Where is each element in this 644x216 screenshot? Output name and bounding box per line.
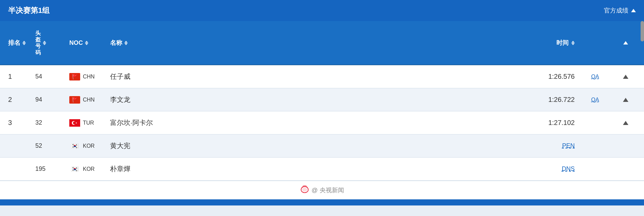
bib-cell: 94 (35, 96, 69, 103)
svg-point-2 (73, 121, 76, 124)
qa-badge: QA (575, 97, 615, 103)
noc-cell: 🇰🇷 KOR (69, 165, 110, 173)
expand-button[interactable] (615, 75, 636, 79)
sort-up-icon (43, 41, 46, 43)
expand-button[interactable] (615, 121, 636, 125)
watermark-text: @ 央视新闻 (311, 186, 344, 194)
sort-up-icon (124, 41, 128, 43)
name-cell: 黄大宪 (110, 141, 507, 150)
rank-cell: 2 (8, 96, 35, 104)
bib-cell: 195 (35, 165, 69, 173)
sort-down-icon (124, 43, 128, 45)
sort-down-icon (22, 43, 26, 45)
col-rank-header: 排名 (8, 39, 35, 47)
weibo-icon (300, 184, 309, 196)
table-row: 1 54 🚩 CHN 任子威 1:26.576 QA (0, 65, 644, 88)
noc-cell: 🚩 CHN (69, 73, 110, 80)
sort-up-icon (22, 41, 26, 43)
name-cell: 富尔坎·阿卡尔 (110, 118, 507, 127)
col-expand-header (615, 41, 636, 44)
flag-icon: 🇰🇷 (69, 165, 80, 173)
rank-cell: 3 (8, 119, 35, 127)
col-bib-header: 头 盔 号 码 (35, 30, 69, 56)
column-header-row: 排名 头 盔 号 码 NOC 名称 (0, 21, 644, 65)
collapse-icon[interactable] (631, 9, 636, 12)
noc-code: KOR (83, 143, 95, 149)
time-cell: 1:26.722 (507, 96, 575, 104)
expand-all-icon[interactable] (623, 41, 628, 44)
header-bar: 半决赛第1组 官方成绩 (0, 0, 644, 21)
bottom-bar (0, 199, 644, 205)
rank-cell: 1 (8, 73, 35, 80)
table-row: 3 32 TUR 富尔坎·阿卡尔 1:27.102 (0, 111, 644, 134)
noc-code: KOR (83, 166, 95, 172)
name-label: 名称 (110, 39, 122, 47)
flag-icon: 🚩 (69, 96, 80, 104)
col-name-header: 名称 (110, 39, 507, 47)
time-sort[interactable] (571, 41, 575, 45)
time-cell: 1:26.576 (507, 73, 575, 80)
bib-sort[interactable] (43, 41, 46, 45)
flag-icon: 🚩 (69, 73, 80, 80)
noc-cell: 🚩 CHN (69, 96, 110, 104)
table-row: 195 🇰🇷 KOR 朴章燁 DNS (0, 158, 644, 181)
sort-up-icon (571, 41, 575, 43)
noc-cell: 🇰🇷 KOR (69, 142, 110, 150)
expand-button[interactable] (615, 98, 636, 102)
noc-code: TUR (83, 120, 94, 126)
scrollbar[interactable] (641, 21, 644, 41)
sort-down-icon (43, 43, 46, 45)
col-time-header: 时间 (507, 39, 575, 47)
time-label: 时间 (556, 39, 569, 47)
chevron-up-icon[interactable] (623, 121, 628, 125)
watermark-row: @ 央视新闻 (0, 181, 644, 199)
sort-up-icon (85, 41, 88, 43)
chevron-up-icon[interactable] (623, 98, 628, 102)
sort-down-icon (571, 43, 575, 45)
rank-label: 排名 (8, 39, 20, 47)
flag-icon (69, 119, 80, 127)
official-results-label: 官方成绩 (604, 6, 628, 15)
bib-cell: 52 (35, 142, 69, 149)
noc-sort[interactable] (85, 41, 88, 45)
svg-point-5 (302, 187, 308, 192)
bib-cell: 54 (35, 73, 69, 80)
time-cell: PEN (507, 142, 575, 149)
noc-code: CHN (83, 74, 95, 80)
chevron-up-icon[interactable] (623, 75, 628, 79)
flag-icon: 🇰🇷 (69, 142, 80, 150)
time-cell: 1:27.102 (507, 119, 575, 127)
table-row: 52 🇰🇷 KOR 黄大宪 PEN (0, 134, 644, 158)
name-sort[interactable] (124, 41, 128, 45)
noc-cell: TUR (69, 119, 110, 127)
name-cell: 任子威 (110, 72, 507, 81)
rank-sort[interactable] (22, 41, 26, 45)
name-cell: 朴章燁 (110, 164, 507, 174)
section-title: 半决赛第1组 (8, 5, 50, 16)
noc-label: NOC (69, 39, 83, 47)
time-cell: DNS (507, 165, 575, 173)
qa-badge: QA (575, 74, 615, 80)
bib-cell: 32 (35, 119, 69, 126)
noc-code: CHN (83, 97, 95, 103)
header-right: 官方成绩 (604, 6, 636, 15)
bib-label: 头 盔 号 码 (35, 30, 41, 56)
name-cell: 李文龙 (110, 95, 507, 104)
table-row: 2 94 🚩 CHN 李文龙 1:26.722 QA (0, 88, 644, 111)
sort-down-icon (85, 43, 88, 45)
col-noc-header: NOC (69, 39, 110, 47)
page-container: 半决赛第1组 官方成绩 排名 头 盔 号 码 NOC (0, 0, 644, 205)
